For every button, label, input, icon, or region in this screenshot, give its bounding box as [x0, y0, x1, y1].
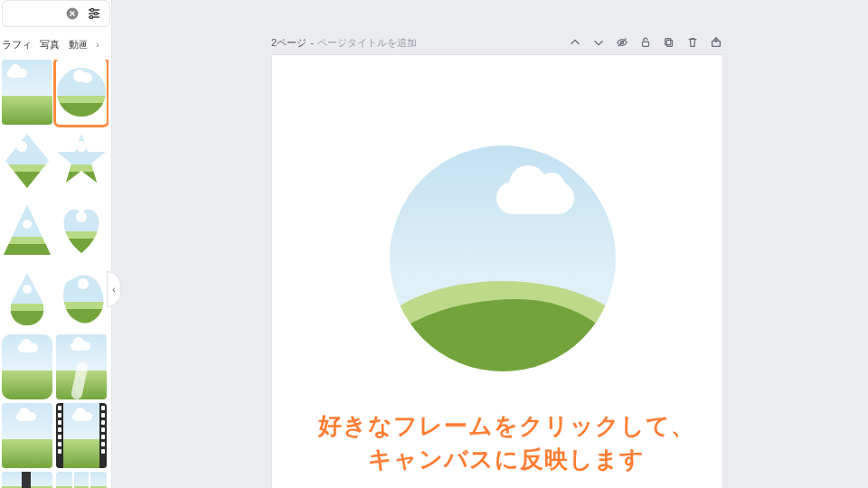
frame-diamond[interactable]: [2, 128, 52, 193]
frame-triangle[interactable]: [2, 197, 52, 262]
instruction-line-2: キャンバスに反映します: [181, 443, 832, 475]
frame-plain[interactable]: [2, 403, 52, 468]
frame-portrait[interactable]: [56, 334, 107, 399]
frame-drop[interactable]: [2, 266, 52, 331]
frame-heart[interactable]: [56, 197, 107, 262]
frame-square[interactable]: [2, 60, 52, 125]
svg-point-12: [81, 72, 92, 83]
svg-rect-20: [56, 164, 107, 193]
instruction-overlay: 好きなフレームをクリックして、 キャンバスに反映します: [181, 409, 832, 475]
category-tabs: ラフィック 写真 動画 ›: [0, 33, 112, 56]
svg-point-39: [78, 278, 89, 289]
chevron-up-icon[interactable]: [568, 35, 582, 50]
clear-search-icon[interactable]: [64, 5, 80, 22]
frame-film[interactable]: [56, 403, 107, 468]
chevron-down-icon[interactable]: [591, 35, 606, 50]
trash-icon[interactable]: [685, 35, 700, 50]
svg-point-2: [90, 8, 93, 11]
filter-icon[interactable]: [86, 5, 102, 22]
svg-rect-16: [2, 172, 52, 193]
svg-point-22: [76, 141, 87, 152]
chevron-right-icon[interactable]: ›: [96, 39, 105, 50]
placed-frame-circle[interactable]: [390, 145, 616, 371]
svg-rect-42: [643, 42, 649, 46]
svg-rect-10: [56, 103, 107, 125]
frame-polaroid[interactable]: [2, 472, 52, 488]
svg-point-27: [23, 220, 32, 229]
svg-rect-30: [56, 239, 107, 262]
page-number-label: 2ページ: [271, 36, 307, 50]
svg-point-31: [76, 211, 87, 222]
page-header: 2ページ - ページタイトルを追加: [271, 31, 723, 54]
copy-icon[interactable]: [662, 35, 676, 50]
svg-rect-24: [2, 197, 52, 237]
tab-graphic[interactable]: ラフィック: [2, 38, 31, 52]
export-icon[interactable]: [709, 35, 723, 50]
svg-rect-34: [2, 311, 52, 331]
cloud-shape: [496, 182, 574, 214]
svg-point-35: [23, 285, 32, 294]
frame-triptych[interactable]: [56, 472, 107, 488]
lock-icon[interactable]: [638, 35, 653, 50]
svg-rect-14: [2, 128, 52, 168]
collapse-sidebar-icon[interactable]: ‹: [107, 271, 121, 307]
elements-sidebar: ラフィック 写真 動画 ›: [0, 0, 112, 488]
eye-off-icon[interactable]: [615, 35, 629, 50]
svg-point-6: [90, 15, 92, 18]
search-bar[interactable]: [2, 0, 110, 27]
svg-rect-26: [2, 244, 52, 262]
instruction-line-1: 好きなフレームをクリックして、: [181, 409, 832, 442]
svg-rect-43: [666, 40, 672, 46]
svg-point-17: [16, 141, 27, 152]
svg-point-4: [94, 12, 97, 14]
page-separator: -: [310, 37, 314, 48]
page-title-input[interactable]: ページタイトルを追加: [317, 36, 417, 50]
svg-rect-38: [56, 309, 107, 331]
tab-video[interactable]: 動画: [69, 38, 87, 52]
frame-rounded[interactable]: [2, 334, 52, 399]
svg-rect-44: [665, 39, 671, 45]
frame-star[interactable]: [56, 128, 107, 193]
frame-circle[interactable]: [56, 60, 107, 125]
frame-grid: [0, 60, 108, 488]
page-header-actions: [568, 35, 723, 50]
svg-rect-21: [56, 172, 107, 193]
frame-blob[interactable]: [56, 266, 107, 331]
tab-photo[interactable]: 写真: [40, 38, 60, 52]
